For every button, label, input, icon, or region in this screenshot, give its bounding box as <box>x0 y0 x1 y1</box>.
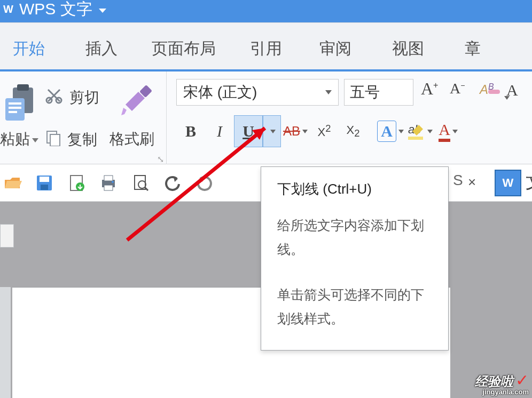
svg-text:A: A <box>479 82 488 97</box>
caret-icon <box>302 130 308 133</box>
svg-rect-17 <box>40 177 49 182</box>
subscript-button[interactable]: X2 <box>339 115 367 147</box>
change-case-button[interactable]: A <box>506 81 518 99</box>
format-painter-icon[interactable] <box>120 81 155 118</box>
font-color-label: A <box>439 121 450 142</box>
group-clipboard: 粘贴 剪切 复制 格式刷 ⤡ <box>0 71 167 166</box>
tab-insert[interactable]: 插入 <box>85 38 118 60</box>
redo-button[interactable] <box>193 172 216 194</box>
undo-button[interactable] <box>161 172 184 194</box>
font-name-value: 宋体 (正文) <box>183 82 257 102</box>
export-pdf-button[interactable] <box>65 172 88 194</box>
tab-home[interactable]: 开始 <box>13 38 45 60</box>
strikethrough-button[interactable]: AB <box>281 115 310 147</box>
caret-icon <box>398 130 404 133</box>
tooltip-title: 下划线 (Ctrl+U) <box>277 180 432 198</box>
paste-icon[interactable] <box>1 83 40 122</box>
app-logo-icon: W <box>2 2 16 16</box>
svg-rect-18 <box>41 185 48 190</box>
caret-icon <box>270 130 276 133</box>
underline-tooltip: 下划线 (Ctrl+U) 给所选文字内容添加下划线。 单击箭头可选择不同的下划线… <box>261 166 449 351</box>
cut-label: 剪切 <box>69 87 99 108</box>
watermark-text: 经验啦 <box>475 374 513 388</box>
clear-formatting-button[interactable]: A B <box>479 79 510 102</box>
tab-close-button[interactable]: × <box>468 174 476 190</box>
caret-icon <box>452 130 458 133</box>
svg-point-24 <box>112 181 114 183</box>
svg-rect-15 <box>408 137 423 140</box>
svg-rect-3 <box>5 98 25 121</box>
svg-rect-6 <box>9 111 17 113</box>
svg-rect-5 <box>9 107 21 109</box>
svg-rect-22 <box>104 176 113 181</box>
app-menu-caret-icon[interactable] <box>99 9 106 13</box>
svg-rect-2 <box>17 84 29 91</box>
watermark: 经验啦 ✓ jingyanla.com <box>475 371 529 396</box>
check-icon: ✓ <box>515 371 529 389</box>
copy-label: 复制 <box>67 130 97 150</box>
tooltip-body: 给所选文字内容添加下划线。 <box>277 213 432 261</box>
tab-references[interactable]: 引用 <box>250 38 282 60</box>
ruler-handle[interactable] <box>0 224 14 248</box>
copy-button[interactable]: 复制 <box>45 129 97 150</box>
svg-rect-4 <box>9 102 21 105</box>
paste-button[interactable]: 粘贴 <box>0 129 38 149</box>
open-button[interactable] <box>1 172 24 194</box>
group-font: 宋体 (正文) 五号 A+ A− A B A B I U AB X2 X2 <box>167 71 532 166</box>
ribbon: 粘贴 剪切 复制 格式刷 ⤡ 宋体 (正文) <box>0 69 532 164</box>
font-color-button[interactable]: A <box>434 115 463 147</box>
grow-font-button[interactable]: A+ <box>421 79 438 99</box>
copy-icon <box>45 129 62 150</box>
clipboard-dialog-launcher-icon[interactable]: ⤡ <box>157 154 164 164</box>
save-button[interactable] <box>33 172 56 194</box>
cut-button[interactable]: 剪切 <box>45 86 99 108</box>
highlight-button[interactable]: ab <box>405 115 434 147</box>
superscript-button[interactable]: X2 <box>310 115 339 147</box>
svg-rect-10 <box>50 134 60 146</box>
title-bar: W WPS 文字 <box>0 0 532 22</box>
font-size-value: 五号 <box>350 82 380 102</box>
watermark-url: jingyanla.com <box>475 388 529 396</box>
font-name-combo[interactable]: 宋体 (正文) <box>176 79 339 106</box>
paste-caret-icon[interactable] <box>32 138 38 142</box>
text-effects-button[interactable]: A <box>376 115 405 147</box>
scissors-icon <box>45 86 63 108</box>
dropdown-caret-icon[interactable] <box>325 90 332 94</box>
print-button[interactable] <box>97 172 120 194</box>
tab-chapter[interactable]: 章 <box>465 38 481 60</box>
word-doc-icon[interactable]: W <box>495 170 521 196</box>
bold-button[interactable]: B <box>176 115 205 147</box>
paste-label: 粘贴 <box>0 131 30 147</box>
tab-review[interactable]: 审阅 <box>319 38 351 60</box>
caret-icon <box>427 130 433 133</box>
svg-rect-23 <box>104 185 113 190</box>
effects-label: A <box>377 121 396 142</box>
format-painter-button[interactable]: 格式刷 <box>109 129 154 149</box>
ribbon-tabs: 开始 插入 页面布局 引用 审阅 视图 章 <box>0 22 532 69</box>
font-format-row: B I U AB X2 X2 A ab A <box>176 115 463 147</box>
tooltip-hint: 单击箭头可选择不同的下划线样式。 <box>277 283 432 331</box>
tab-view[interactable]: 视图 <box>392 38 424 60</box>
italic-button[interactable]: I <box>205 115 234 147</box>
underline-button[interactable]: U <box>234 115 263 147</box>
app-title: WPS 文字 <box>19 0 92 20</box>
vertical-ruler <box>0 287 11 398</box>
print-preview-button[interactable] <box>129 172 152 194</box>
underline-dropdown-button[interactable] <box>263 115 281 147</box>
shrink-font-button[interactable]: A− <box>450 80 465 97</box>
strike-label: AB <box>283 124 300 139</box>
tab-page-layout[interactable]: 页面布局 <box>152 38 216 60</box>
doc-tab-label[interactable]: 文 <box>526 170 532 194</box>
svg-text:W: W <box>3 3 13 15</box>
tab-letter: S <box>453 172 463 189</box>
font-size-combo[interactable]: 五号 <box>344 79 413 106</box>
